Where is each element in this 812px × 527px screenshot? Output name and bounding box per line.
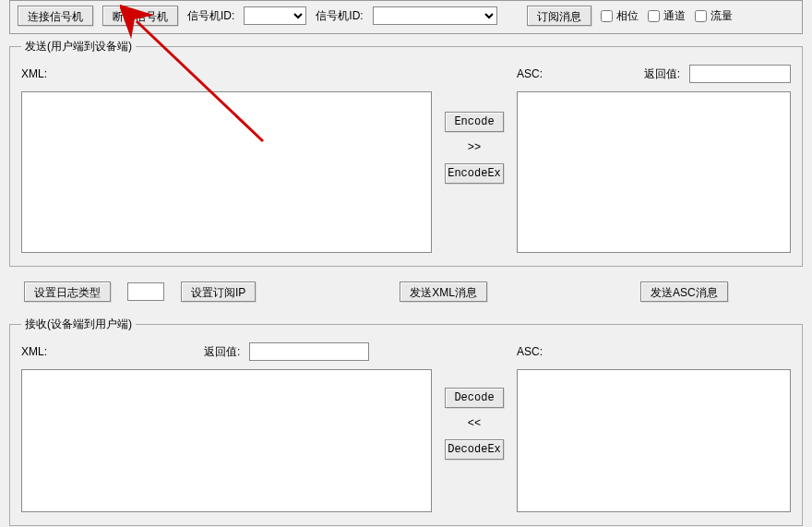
send-ret-input[interactable] [689,65,791,83]
checkbox-flow-text: 流量 [710,8,733,24]
signal-id-combo-1[interactable] [244,6,306,25]
decode-button[interactable]: Decode [445,388,504,408]
checkbox-channel[interactable] [648,10,660,22]
top-toolbar: 连接信号机 断开信号机 信号机ID: 信号机ID: 订阅消息 相位 通道 流量 [9,0,803,34]
recv-asc-label: ASC: [517,345,543,358]
encode-button[interactable]: Encode [445,112,504,132]
subscribe-button[interactable]: 订阅消息 [527,6,591,26]
checkbox-phase-label: 相位 [601,8,639,24]
recv-mid-column: Decode << DecodeEx [441,388,508,460]
encode-arrow-icon: >> [468,141,481,154]
log-type-input[interactable] [127,282,164,301]
middle-row: 设置日志类型 设置订阅IP 发送XML消息 发送ASC消息 [9,276,803,307]
recv-xml-column: XML: 返回值: [21,341,432,512]
recv-xml-textarea[interactable] [21,369,432,512]
checkbox-channel-label: 通道 [648,8,686,24]
recv-ret-label: 返回值: [204,344,240,360]
checkbox-phase[interactable] [601,10,613,22]
send-xml-textarea[interactable] [21,91,432,253]
send-asc-textarea[interactable] [517,91,791,253]
decode-arrow-icon: << [468,417,481,430]
signal-id-combo-2[interactable] [373,6,497,25]
recv-ret-input[interactable] [249,342,369,361]
send-asc-label: ASC: [517,67,543,80]
connect-signal-button[interactable]: 连接信号机 [18,6,93,26]
signal-id-label-1: 信号机ID: [187,8,234,24]
send-xml-column: XML: [21,64,432,253]
send-legend: 发送(用户端到设备端) [21,39,136,54]
checkbox-flow-label: 流量 [695,8,733,24]
send-group: 发送(用户端到设备端) XML: Encode >> EncodeEx ASC:… [9,39,803,267]
set-sub-ip-button[interactable]: 设置订阅IP [181,281,256,302]
recv-legend: 接收(设备端到用户端) [21,317,136,332]
checkbox-flow[interactable] [695,10,707,22]
encodeex-button[interactable]: EncodeEx [445,163,504,184]
recv-asc-textarea[interactable] [517,369,791,512]
signal-id-label-2: 信号机ID: [316,8,363,24]
send-asc-column: ASC: 返回值: [517,64,791,253]
recv-asc-column: ASC: [517,341,791,512]
send-asc-msg-button[interactable]: 发送ASC消息 [640,281,728,302]
set-log-type-button[interactable]: 设置日志类型 [24,281,111,302]
recv-xml-label: XML: [21,345,47,358]
checkbox-phase-text: 相位 [616,8,639,24]
subscribe-checkbox-group: 相位 通道 流量 [601,8,733,24]
send-xml-msg-button[interactable]: 发送XML消息 [400,281,487,302]
checkbox-channel-text: 通道 [663,8,686,24]
send-xml-label: XML: [21,67,47,80]
decodeex-button[interactable]: DecodeEx [445,439,504,460]
send-ret-label: 返回值: [644,66,680,82]
send-mid-column: Encode >> EncodeEx [441,112,508,184]
disconnect-signal-button[interactable]: 断开信号机 [102,6,178,26]
recv-group: 接收(设备端到用户端) XML: 返回值: Decode << DecodeEx… [9,317,803,526]
